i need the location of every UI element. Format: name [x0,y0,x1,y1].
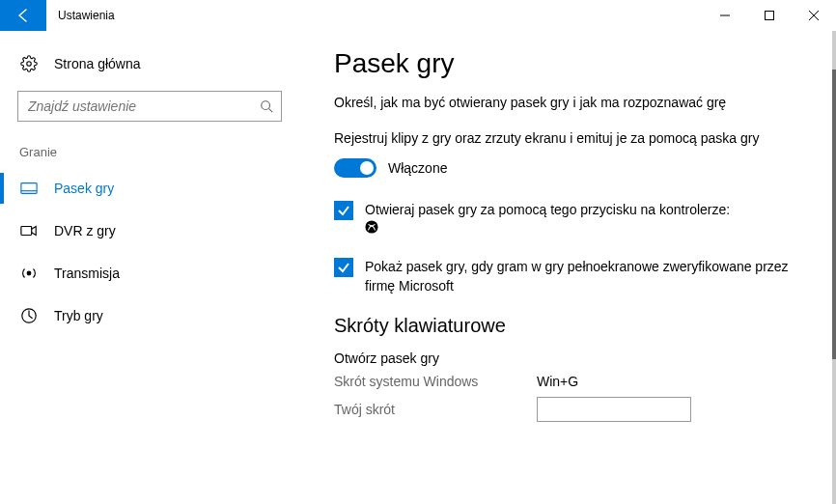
close-button[interactable] [792,0,836,31]
window-title: Ustawienia [46,0,115,31]
shortcuts-heading: Skróty klawiaturowe [334,315,807,337]
sys-shortcut-label: Skrót systemu Windows [334,374,537,389]
game-mode-icon [19,306,39,325]
scrollbar-thumb[interactable] [832,70,836,359]
svg-rect-9 [21,227,32,236]
sidebar-item-game-mode[interactable]: Tryb gry [0,294,299,337]
checkbox-controller-label: Otwieraj pasek gry za pomocą tego przyci… [365,201,730,239]
sidebar-group-label: Granie [0,122,299,167]
svg-line-6 [269,109,273,113]
sidebar-item-label: Pasek gry [54,181,114,196]
sidebar-item-label: Tryb gry [54,308,103,323]
page-lead: Określ, jak ma być otwierany pasek gry i… [334,95,807,110]
checkbox-fullscreen[interactable] [334,258,353,277]
sys-shortcut-value: Win+G [537,374,578,389]
xbox-icon [365,220,378,239]
home-link[interactable]: Strona główna [0,42,299,85]
sidebar-item-broadcast[interactable]: Transmisja [0,252,299,294]
checkbox-fullscreen-label: Pokaż pasek gry, gdy gram w gry pełnoekr… [365,258,807,295]
search-input[interactable] [18,98,252,114]
toggle-state-label: Włączone [388,160,447,176]
checkbox-controller-button[interactable] [334,201,353,220]
gear-icon [19,54,39,73]
dvr-icon [19,221,39,240]
home-label: Strona główna [54,56,141,71]
record-toggle[interactable] [334,158,376,178]
open-bar-label: Otwórz pasek gry [334,350,537,366]
svg-rect-1 [766,12,774,20]
search-box[interactable] [17,91,282,122]
svg-point-5 [262,101,270,110]
back-button[interactable] [0,0,46,31]
svg-point-4 [27,62,32,67]
maximize-button[interactable] [747,0,792,31]
sidebar-item-dvr[interactable]: DVR z gry [0,210,299,252]
your-shortcut-label: Twój skrót [334,402,537,417]
sidebar-item-label: DVR z gry [54,223,116,238]
svg-rect-7 [21,183,37,194]
your-shortcut-input[interactable] [537,397,691,422]
svg-point-10 [27,271,31,275]
sidebar-item-game-bar[interactable]: Pasek gry [0,167,299,210]
game-bar-icon [19,179,39,198]
search-icon [252,99,281,113]
record-description: Rejestruj klipy z gry oraz zrzuty ekranu… [334,129,807,149]
broadcast-icon [19,264,39,283]
minimize-button[interactable] [703,0,747,31]
sidebar-item-label: Transmisja [54,266,120,281]
page-title: Pasek gry [334,48,807,79]
svg-point-12 [365,220,377,233]
